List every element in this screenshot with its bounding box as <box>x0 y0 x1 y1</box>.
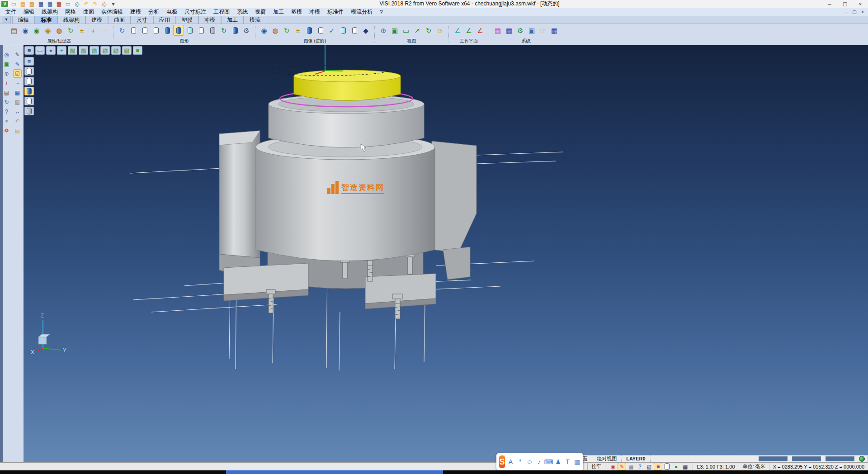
menu-item[interactable]: 模流分析 <box>347 8 376 16</box>
search-icon[interactable]: ◎ <box>3 51 10 58</box>
cpl-move-icon[interactable]: ∠ <box>475 25 485 35</box>
cube-arrow-icon[interactable]: ▧ <box>645 463 653 470</box>
ime-smiley-icon[interactable]: ☺ <box>526 458 533 465</box>
menu-item[interactable]: 工程图 <box>210 8 233 16</box>
zoom-fit-icon[interactable]: ▣ <box>390 25 400 35</box>
menu-item[interactable]: 编辑 <box>20 8 38 16</box>
view-iso-icon[interactable]: ▧ <box>122 46 132 55</box>
units-indicator[interactable]: 单位: 毫米 <box>739 463 769 470</box>
mdi-minimize-icon[interactable]: ─ <box>843 9 850 15</box>
vpl-cyl-outline-3-icon[interactable] <box>24 97 34 105</box>
cylinder-delete-icon[interactable] <box>208 25 217 35</box>
color-swatch[interactable] <box>759 456 788 461</box>
menu-item[interactable]: 尺寸标注 <box>181 8 210 16</box>
os-taskbar[interactable] <box>0 470 868 474</box>
wcs-axes-icon[interactable]: + <box>3 79 10 87</box>
show-remove-icon[interactable]: − <box>99 25 109 35</box>
view-left-icon[interactable]: ▧ <box>90 46 99 55</box>
status-ok-icon[interactable]: ● <box>672 463 680 470</box>
profile-cube-icon[interactable]: ■ <box>654 463 662 470</box>
vp-menu-icon[interactable]: ≡ <box>24 46 34 55</box>
save-icon[interactable]: ▦ <box>37 0 45 7</box>
ribbon-tab[interactable]: 应用 <box>153 16 176 24</box>
ribbon-tab[interactable]: 塑膜 <box>176 16 198 24</box>
taskbar-window-segment[interactable] <box>226 470 443 474</box>
mdi-restore-icon[interactable]: ▢ <box>851 9 858 15</box>
adv-check-icon[interactable]: ✓ <box>327 25 337 35</box>
undo-icon[interactable]: ↶ <box>82 0 90 7</box>
print-icon[interactable]: ▭ <box>64 0 72 7</box>
export-icon[interactable]: ▦ <box>55 0 63 7</box>
ime-quote-icon[interactable]: ❜ <box>517 458 524 465</box>
pack-icon[interactable]: ▦ <box>627 463 635 470</box>
redo-icon[interactable]: ↷ <box>91 0 99 7</box>
view-mode-indicator[interactable]: 绝对视图 <box>592 455 622 462</box>
snap-lock-label[interactable]: 拴牢 <box>587 463 605 470</box>
curve-edit-icon[interactable]: ~ <box>14 79 21 87</box>
view-front-icon[interactable]: ▧ <box>79 46 88 55</box>
menu-item[interactable]: 曲面 <box>80 8 98 16</box>
measure-icon[interactable]: ↔ <box>14 108 21 115</box>
cylinder-hidden-icon[interactable] <box>196 25 206 35</box>
ime-keyboard-icon[interactable]: ⌨ <box>545 458 552 465</box>
ribbon-tab[interactable]: 加工 <box>221 16 244 24</box>
cylinder-outline-2-icon[interactable] <box>140 25 150 35</box>
edit-delete-icon[interactable]: ✎ <box>14 51 21 58</box>
adv-cyl-outline-icon[interactable] <box>349 25 359 35</box>
ime-grid-icon[interactable]: ▦ <box>574 458 580 465</box>
cad-model-canvas[interactable]: X V Z Y X <box>24 45 868 462</box>
status-help-icon[interactable]: ? <box>636 463 644 470</box>
rotate-view-icon[interactable]: ↻ <box>424 25 434 35</box>
doc-eye-icon[interactable]: ◉ <box>20 25 30 35</box>
menu-item[interactable]: 加工 <box>269 8 288 16</box>
graphics-settings-icon[interactable]: ⚙ <box>241 25 251 35</box>
view-face-icon[interactable]: ☺ <box>435 25 445 35</box>
system-tools-icon[interactable]: ⚙ <box>515 25 525 35</box>
adv-cyl-blue-icon[interactable] <box>304 25 314 35</box>
pan-icon[interactable]: ↗ <box>412 25 422 35</box>
ime-mic-icon[interactable]: ♪ <box>536 458 542 465</box>
vpl-cyl-outline-2-icon[interactable] <box>24 77 34 85</box>
menu-item[interactable]: 冲模 <box>306 8 324 16</box>
menu-item[interactable]: 线架构 <box>38 8 61 16</box>
cylinder-transparent-icon[interactable] <box>185 25 195 35</box>
fit-frame-icon[interactable]: ▣ <box>3 60 10 68</box>
cylinder-copy-icon[interactable] <box>230 25 240 35</box>
preview-icon[interactable]: ◎ <box>73 0 81 7</box>
menu-item[interactable]: 塑模 <box>288 8 306 16</box>
ribbon-tab[interactable]: 标准 <box>35 16 57 24</box>
menu-item[interactable]: 视窗 <box>251 8 269 16</box>
cylinder-outline-1-icon[interactable] <box>128 25 138 35</box>
import-icon[interactable]: ▤ <box>28 0 36 7</box>
zoom-one-to-one-icon[interactable]: ▭ <box>401 25 411 35</box>
vpl-menu-icon[interactable]: ≡ <box>24 57 34 66</box>
sogou-logo[interactable]: S <box>499 455 505 468</box>
cpl-entity-icon[interactable]: ∠ <box>464 25 474 35</box>
vp-shaded-view-icon[interactable]: ● <box>46 46 56 55</box>
calculator-icon[interactable]: ▦ <box>504 25 514 35</box>
cylinder-solid-icon[interactable] <box>162 25 172 35</box>
color-swatch[interactable] <box>792 456 821 461</box>
adv-eye-cube-icon[interactable]: ◉ <box>259 25 269 35</box>
vpl-cyl-shaded-icon[interactable] <box>24 87 34 95</box>
menu-item[interactable]: 标准件 <box>324 8 347 16</box>
attribute-paint-icon[interactable]: ▤ <box>9 25 19 35</box>
cube-icon[interactable]: ▧ <box>14 98 21 106</box>
adv-plusminus-icon[interactable]: ± <box>293 25 303 35</box>
view-right-icon[interactable]: ▧ <box>100 46 110 55</box>
window-config-icon[interactable]: ▣ <box>527 25 537 35</box>
qa-caret-icon[interactable]: ▾ <box>109 0 117 7</box>
menu-item[interactable]: 网格 <box>61 8 80 16</box>
adv-shield-icon[interactable]: ◆ <box>361 25 371 35</box>
trash-icon[interactable]: × <box>3 117 10 125</box>
ribbon-tab[interactable]: 尺寸 <box>131 16 153 24</box>
vp-plane-icon[interactable]: ▭ <box>35 46 45 55</box>
wand-icon[interactable]: ✎ <box>618 463 626 470</box>
ribbon-tab[interactable]: 编辑 <box>12 16 35 24</box>
cylinder-outline-3-icon[interactable] <box>151 25 161 35</box>
adv-traffic-icon[interactable]: ◍ <box>270 25 280 35</box>
close-button[interactable]: × <box>853 0 868 8</box>
status-cylinder-icon[interactable] <box>663 463 671 470</box>
ime-skin-icon[interactable]: T <box>564 458 571 465</box>
save-as-icon[interactable]: ▦ <box>46 0 54 7</box>
